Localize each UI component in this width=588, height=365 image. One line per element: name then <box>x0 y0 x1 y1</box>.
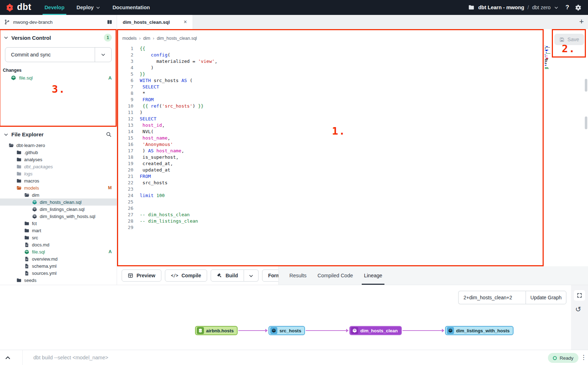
tree-item-dim[interactable]: dim <box>0 191 117 198</box>
editor-scrollbar[interactable] <box>585 29 587 266</box>
tree-item-dbt-packages[interactable]: dbt_packages <box>0 163 117 170</box>
breadcrumb-item[interactable]: models <box>122 36 137 41</box>
line-content: host_id, <box>133 122 165 129</box>
scrollbar-thumb[interactable] <box>585 116 587 129</box>
tree-item-dim-listings-clean-sql[interactable]: dim_listings_clean.sql <box>0 206 117 213</box>
top-nav-bar: dbt DevelopDeployDocumentation dbt Learn… <box>0 0 588 15</box>
code-line: 27-- dim_hosts_clean <box>117 212 567 218</box>
chevron-down-icon[interactable] <box>4 132 9 137</box>
docs-book-icon[interactable] <box>107 19 112 25</box>
tree-item-fct[interactable]: fct <box>0 220 117 227</box>
lineage-node-src-hosts[interactable]: src_hosts <box>268 326 305 335</box>
tree-item-overview-md[interactable]: overview.md <box>0 255 117 262</box>
chevron-down-icon[interactable] <box>4 35 9 40</box>
new-tab-button[interactable]: + <box>579 17 584 26</box>
preview-button[interactable]: Preview <box>122 269 161 282</box>
tab-lineage[interactable]: Lineage <box>363 266 383 285</box>
tree-item-sources-yml[interactable]: sources.yml <box>0 269 117 277</box>
tree-item-logs[interactable]: logs <box>0 170 117 177</box>
tree-item-name: file.sql <box>32 249 45 255</box>
node-label: airbnb.hosts <box>206 328 234 333</box>
tree-item-analyses[interactable]: analyses <box>0 156 117 163</box>
editor-minimap <box>545 45 555 102</box>
scrollbar-thumb[interactable] <box>585 79 587 92</box>
editor-toolbar: Preview</>CompileBuildFormat ResultsComp… <box>117 266 588 285</box>
tree-item-models[interactable]: modelsM <box>0 184 117 191</box>
commit-and-sync-button[interactable]: Commit and sync <box>5 47 112 62</box>
tree-item-docs-md[interactable]: docs.md <box>0 241 117 248</box>
breadcrumb-item[interactable]: dim <box>143 36 150 41</box>
command-input[interactable] <box>28 352 528 363</box>
nav-item-documentation[interactable]: Documentation <box>106 0 156 15</box>
kebab-menu-icon[interactable]: ⋮ <box>581 354 587 361</box>
tree-item-file-sql[interactable]: file.sqlA <box>0 248 117 255</box>
line-number: 13 <box>117 122 133 129</box>
chevron-up-icon[interactable] <box>5 355 11 361</box>
commit-button-label: Commit and sync <box>5 52 95 58</box>
gear-icon[interactable] <box>575 4 582 11</box>
chevron-down-icon <box>101 52 106 57</box>
tree-item-dbt-learn-zero[interactable]: dbt-learn-zero <box>0 142 117 149</box>
git-status-badge: A <box>109 249 112 254</box>
cube-icon <box>351 327 358 334</box>
folder-icon <box>16 178 22 184</box>
build-button[interactable]: Build <box>211 269 244 282</box>
line-content: host_name, <box>133 135 170 141</box>
database-icon <box>197 327 204 334</box>
line-content: ) AS host_name, <box>133 148 184 154</box>
line-number: 6 <box>117 77 133 84</box>
folder-open-icon <box>9 143 14 148</box>
close-icon[interactable]: × <box>184 19 187 25</box>
tree-item-src[interactable]: src <box>0 234 117 241</box>
lineage-node-airbnb-hosts[interactable]: airbnb.hosts <box>195 326 238 335</box>
tree-item-name: src <box>32 235 38 240</box>
file-explorer-title: File Explorer <box>11 131 103 137</box>
tree-item-dim-hosts-clean-sql[interactable]: dim_hosts_clean.sql <box>0 198 117 206</box>
tab-compiled-code[interactable]: Compiled Code <box>317 266 354 285</box>
line-number: 11 <box>117 109 133 116</box>
branch-name[interactable]: mwong-dev-branch <box>13 20 104 25</box>
search-icon[interactable] <box>106 131 112 137</box>
help-button[interactable]: ? <box>566 4 569 11</box>
tab-results[interactable]: Results <box>289 266 307 285</box>
lineage-node-dim-listings-with-hosts[interactable]: dim_listings_with_hosts <box>445 326 514 335</box>
commit-options-dropdown[interactable] <box>95 48 111 62</box>
compile-button[interactable]: </>Compile <box>165 269 207 282</box>
tab-dim-hosts-clean[interactable]: dim_hosts_clean.sql × <box>117 15 193 29</box>
project-switcher[interactable]: dbt Learn - mwong / dbt zero <box>478 5 558 10</box>
tree-item-seeds[interactable]: seeds <box>0 277 117 284</box>
nav-item-deploy[interactable]: Deploy <box>71 0 106 15</box>
nav-item-develop[interactable]: Develop <box>38 0 70 15</box>
breadcrumb-separator: › <box>137 36 143 41</box>
line-number: 29 <box>117 224 133 231</box>
line-content: src_hosts <box>133 180 167 186</box>
breadcrumb-item[interactable]: dim_hosts_clean.sql <box>157 36 197 41</box>
code-line: 20 updated_at <box>117 167 567 173</box>
minimap-line <box>545 45 545 46</box>
save-button[interactable]: Save <box>554 34 584 45</box>
line-number: 28 <box>117 218 133 224</box>
folder-icon <box>16 150 22 155</box>
build-options-dropdown[interactable] <box>244 269 259 282</box>
dbt-logo[interactable]: dbt <box>0 3 38 12</box>
tree-item-name: dim <box>32 192 39 198</box>
tree-item-name: .github <box>24 150 38 155</box>
tree-item-schema-yml[interactable]: schema.yml <box>0 262 117 269</box>
tree-item-name: docs.md <box>32 242 49 247</box>
code-area[interactable]: 1{{2 config(3 materialized = 'view',4 )5… <box>117 45 567 266</box>
hammer-icon <box>217 273 222 278</box>
tree-item-dim-listings-with-hosts-sql[interactable]: dim_listings_with_hosts.sql <box>0 213 117 220</box>
code-line: 28-- dim_listings_clean <box>117 218 567 224</box>
nav-item-label: Documentation <box>112 5 150 10</box>
line-content <box>133 186 140 192</box>
tree-item-mart[interactable]: mart <box>0 227 117 234</box>
changed-file-row[interactable]: file.sqlA <box>0 73 117 81</box>
lineage-node-dim-hosts-clean[interactable]: dim_hosts_clean <box>349 326 402 335</box>
line-number: 16 <box>117 141 133 148</box>
folder-icon <box>24 228 29 233</box>
code-line: 5}} <box>117 71 567 77</box>
tree-item--github[interactable]: .github <box>0 149 117 156</box>
tree-item-macros[interactable]: macros <box>0 177 117 184</box>
code-line: 3 materialized = 'view', <box>117 58 567 65</box>
dbt-logo-icon <box>5 3 15 12</box>
